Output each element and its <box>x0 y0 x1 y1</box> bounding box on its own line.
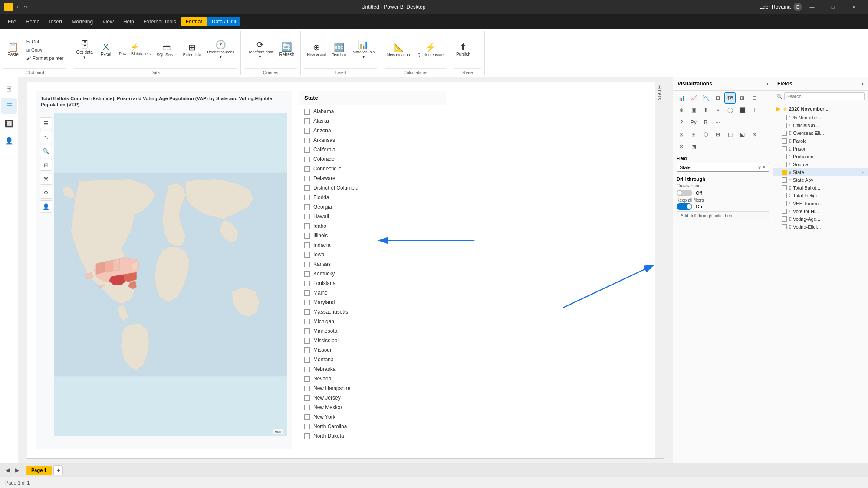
fields-group-header[interactable]: ▶ ⚡ 2020 November ... <box>773 104 868 114</box>
menu-file[interactable]: File <box>3 17 20 26</box>
field-item[interactable]: ≡State⋯ <box>773 168 868 176</box>
viz-bar-chart[interactable]: 📊 <box>676 92 687 104</box>
viz-btn-2[interactable]: ⊞ <box>688 129 699 140</box>
field-checkbox[interactable] <box>782 154 787 159</box>
filter-checkbox[interactable] <box>304 185 310 191</box>
filter-item[interactable]: Nebraska <box>299 364 446 374</box>
field-item[interactable]: ΣTotal Ballot... <box>773 184 868 192</box>
viz-area-chart[interactable]: 📉 <box>700 92 711 104</box>
filter-checkbox[interactable] <box>304 424 310 429</box>
filter-checkbox[interactable] <box>304 357 310 363</box>
filter-item[interactable]: Delaware <box>299 174 446 183</box>
cut-btn[interactable]: ✂ Cut <box>23 38 66 46</box>
redo-btn[interactable]: ↪ <box>24 4 28 10</box>
field-drop-expand[interactable]: ∨ <box>758 164 761 170</box>
viz-card[interactable]: ▣ <box>688 105 699 116</box>
drill-fields-drop[interactable]: Add drill-through fields here <box>677 211 769 220</box>
filter-checkbox[interactable] <box>304 147 310 153</box>
filter-item[interactable]: Kansas <box>299 259 446 269</box>
field-checkbox[interactable] <box>782 177 787 183</box>
filter-item[interactable]: New Jersey <box>299 393 446 403</box>
add-page-btn[interactable]: + <box>53 465 63 475</box>
filter-item[interactable]: Montana <box>299 355 446 364</box>
filter-checkbox[interactable] <box>304 433 310 439</box>
menu-help[interactable]: Help <box>119 17 138 26</box>
field-item[interactable]: Σ% Non-citiz... <box>773 114 868 121</box>
filter-checkbox[interactable] <box>304 300 310 305</box>
field-checkbox[interactable] <box>782 146 787 151</box>
field-item[interactable]: ΣOfficial/Un... <box>773 121 868 129</box>
field-checkbox[interactable] <box>782 123 787 128</box>
viz-more[interactable]: ⋯ <box>712 117 723 128</box>
map-pin-btn[interactable]: ⚒ <box>40 173 52 185</box>
viz-btn-8[interactable]: ⊜ <box>676 141 687 152</box>
viz-scatter[interactable]: ⊡ <box>712 92 723 104</box>
refresh-btn[interactable]: 🔄 Refresh <box>276 41 297 59</box>
filter-checkbox[interactable] <box>304 309 310 315</box>
publish-btn[interactable]: ⬆ Publish <box>454 41 473 59</box>
filter-checkbox[interactable] <box>304 405 310 410</box>
viz-shape[interactable]: ◯ <box>724 105 736 116</box>
filter-checkbox[interactable] <box>304 319 310 324</box>
filter-item[interactable]: Idaho <box>299 221 446 231</box>
filter-item[interactable]: New Hampshire <box>299 383 446 393</box>
viz-btn-1[interactable]: ⊠ <box>676 129 687 140</box>
field-checkbox[interactable] <box>782 131 787 136</box>
minimize-btn[interactable]: — <box>802 0 822 14</box>
field-item[interactable]: ΣOverseas Eli... <box>773 129 868 137</box>
viz-textbox[interactable]: T <box>749 105 760 116</box>
filter-checkbox[interactable] <box>304 271 310 277</box>
viz-qna[interactable]: ? <box>676 117 687 128</box>
menu-insert[interactable]: Insert <box>45 17 66 26</box>
undo-btn[interactable]: ↩ <box>16 4 20 10</box>
field-drop-clear[interactable]: ✕ <box>762 164 766 170</box>
quick-measure-btn[interactable]: ⚡ Quick measure <box>415 41 447 59</box>
sidebar-report-icon[interactable]: ⊞ <box>1 81 17 96</box>
field-item[interactable]: ΣTotal Ineligi... <box>773 192 868 200</box>
viz-expand-btn[interactable]: › <box>766 81 768 87</box>
viz-py[interactable]: Py <box>688 117 699 128</box>
map-menu-btn[interactable]: ☰ <box>40 117 52 129</box>
transform-data-btn[interactable]: ⟳ Transform data ▼ <box>244 39 276 61</box>
viz-slicer[interactable]: ≡ <box>712 105 723 116</box>
new-measure-btn[interactable]: 📐 New measure <box>385 41 414 59</box>
filter-item[interactable]: New Mexico <box>299 403 446 412</box>
power-bi-btn[interactable]: ⚡ Power BI datasets <box>116 42 153 58</box>
sidebar-user-icon[interactable]: 👤 <box>1 133 17 148</box>
filter-item[interactable]: Connecticut <box>299 164 446 174</box>
more-visuals-btn[interactable]: 📊 More visuals ▼ <box>350 39 377 61</box>
viz-kpi[interactable]: ⬆ <box>700 105 711 116</box>
fields-search-input[interactable] <box>784 92 865 100</box>
viz-btn-6[interactable]: ⬕ <box>736 129 748 140</box>
text-box-btn[interactable]: 🔤 Text box <box>329 41 349 59</box>
excel-btn[interactable]: X Excel <box>96 41 115 59</box>
field-checkbox[interactable] <box>782 115 787 120</box>
filter-checkbox[interactable] <box>304 347 310 353</box>
filter-checkbox[interactable] <box>304 109 310 115</box>
filters-tab[interactable]: Filters <box>655 82 664 458</box>
field-item[interactable]: ΣVoting-Age... <box>773 215 868 223</box>
user-avatar[interactable]: E <box>793 3 802 11</box>
fields-expand-icon[interactable]: › <box>862 81 864 87</box>
filter-checkbox[interactable] <box>304 386 310 391</box>
menu-view[interactable]: View <box>98 17 118 26</box>
filter-item[interactable]: Massachusetts <box>299 307 446 317</box>
map-filter-btn[interactable]: ⊟ <box>40 159 52 171</box>
page-1-tab[interactable]: Page 1 <box>26 466 52 475</box>
sidebar-data-icon[interactable]: ☰ <box>1 98 17 114</box>
viz-r[interactable]: R <box>700 117 711 128</box>
filter-checkbox[interactable] <box>304 233 310 239</box>
viz-gauge[interactable]: ⊕ <box>676 105 687 116</box>
field-item[interactable]: ΣPrison <box>773 145 868 153</box>
viz-map[interactable]: 🗺 <box>724 92 736 104</box>
menu-home[interactable]: Home <box>21 17 44 26</box>
map-zoom-btn[interactable]: 🔍 <box>40 145 52 157</box>
filter-item[interactable]: Maryland <box>299 298 446 307</box>
filter-checkbox[interactable] <box>304 157 310 162</box>
filter-checkbox[interactable] <box>304 195 310 200</box>
field-item[interactable]: ≡State Abv <box>773 176 868 184</box>
filter-checkbox[interactable] <box>304 414 310 420</box>
map-user-btn[interactable]: 👤 <box>40 200 52 213</box>
enter-data-btn[interactable]: ⊞ Enter data <box>181 41 204 59</box>
paste-btn[interactable]: 📋 Paste <box>3 41 23 59</box>
